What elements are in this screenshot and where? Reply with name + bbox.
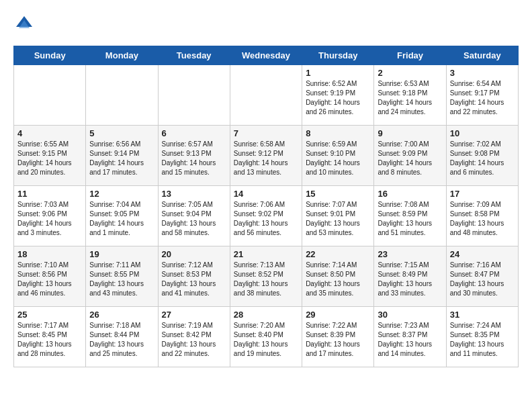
calendar-cell: 29Sunrise: 7:22 AM Sunset: 8:39 PM Dayli… bbox=[302, 307, 374, 367]
calendar-cell: 17Sunrise: 7:09 AM Sunset: 8:58 PM Dayli… bbox=[446, 186, 518, 246]
day-info: Sunrise: 7:08 AM Sunset: 8:59 PM Dayligh… bbox=[378, 200, 442, 238]
calendar-cell: 25Sunrise: 7:17 AM Sunset: 8:45 PM Dayli… bbox=[14, 307, 86, 367]
calendar-cell: 6Sunrise: 6:57 AM Sunset: 9:13 PM Daylig… bbox=[158, 126, 230, 186]
day-number: 6 bbox=[162, 128, 226, 138]
day-number: 5 bbox=[89, 128, 154, 138]
calendar-cell: 20Sunrise: 7:12 AM Sunset: 8:53 PM Dayli… bbox=[158, 246, 230, 307]
day-number: 8 bbox=[306, 128, 370, 138]
calendar-cell: 16Sunrise: 7:08 AM Sunset: 8:59 PM Dayli… bbox=[374, 186, 446, 246]
calendar-cell: 27Sunrise: 7:19 AM Sunset: 8:42 PM Dayli… bbox=[158, 307, 230, 367]
day-number: 18 bbox=[17, 249, 82, 259]
day-number: 25 bbox=[17, 310, 82, 320]
calendar-cell: 5Sunrise: 6:56 AM Sunset: 9:14 PM Daylig… bbox=[86, 126, 158, 186]
day-info: Sunrise: 7:17 AM Sunset: 8:45 PM Dayligh… bbox=[17, 321, 82, 359]
day-info: Sunrise: 7:05 AM Sunset: 9:04 PM Dayligh… bbox=[162, 200, 226, 238]
page-header bbox=[13, 13, 519, 35]
calendar-cell: 8Sunrise: 6:59 AM Sunset: 9:10 PM Daylig… bbox=[302, 126, 374, 186]
day-info: Sunrise: 6:57 AM Sunset: 9:13 PM Dayligh… bbox=[162, 140, 226, 177]
day-info: Sunrise: 6:54 AM Sunset: 9:17 PM Dayligh… bbox=[450, 79, 515, 117]
col-header-sunday: Sunday bbox=[14, 46, 86, 65]
day-number: 19 bbox=[89, 249, 154, 259]
day-info: Sunrise: 6:58 AM Sunset: 9:12 PM Dayligh… bbox=[234, 140, 298, 177]
day-number: 3 bbox=[450, 68, 515, 78]
calendar-cell: 2Sunrise: 6:53 AM Sunset: 9:18 PM Daylig… bbox=[374, 65, 446, 126]
calendar-table: SundayMondayTuesdayWednesdayThursdayFrid… bbox=[13, 46, 519, 367]
calendar-cell: 4Sunrise: 6:55 AM Sunset: 9:15 PM Daylig… bbox=[14, 126, 86, 186]
day-info: Sunrise: 7:04 AM Sunset: 9:05 PM Dayligh… bbox=[89, 200, 154, 238]
day-number: 12 bbox=[89, 189, 154, 199]
day-info: Sunrise: 6:59 AM Sunset: 9:10 PM Dayligh… bbox=[306, 140, 370, 177]
calendar-cell: 13Sunrise: 7:05 AM Sunset: 9:04 PM Dayli… bbox=[158, 186, 230, 246]
calendar-cell: 9Sunrise: 7:00 AM Sunset: 9:09 PM Daylig… bbox=[374, 126, 446, 186]
calendar-week-5: 25Sunrise: 7:17 AM Sunset: 8:45 PM Dayli… bbox=[14, 307, 519, 367]
day-number: 11 bbox=[17, 189, 82, 199]
calendar-cell: 22Sunrise: 7:14 AM Sunset: 8:50 PM Dayli… bbox=[302, 246, 374, 307]
day-number: 26 bbox=[89, 310, 154, 320]
calendar-cell: 14Sunrise: 7:06 AM Sunset: 9:02 PM Dayli… bbox=[230, 186, 302, 246]
calendar-cell: 12Sunrise: 7:04 AM Sunset: 9:05 PM Dayli… bbox=[86, 186, 158, 246]
day-number: 14 bbox=[234, 189, 298, 199]
calendar-cell bbox=[230, 65, 302, 126]
day-number: 24 bbox=[450, 249, 515, 259]
day-info: Sunrise: 7:16 AM Sunset: 8:47 PM Dayligh… bbox=[450, 261, 515, 298]
calendar-cell: 28Sunrise: 7:20 AM Sunset: 8:40 PM Dayli… bbox=[230, 307, 302, 367]
day-info: Sunrise: 6:56 AM Sunset: 9:14 PM Dayligh… bbox=[89, 140, 154, 177]
day-number: 1 bbox=[306, 68, 370, 78]
day-info: Sunrise: 7:11 AM Sunset: 8:55 PM Dayligh… bbox=[89, 261, 154, 298]
calendar-week-1: 1Sunrise: 6:52 AM Sunset: 9:19 PM Daylig… bbox=[14, 65, 519, 126]
day-info: Sunrise: 7:19 AM Sunset: 8:42 PM Dayligh… bbox=[162, 321, 226, 359]
day-number: 4 bbox=[17, 128, 82, 138]
day-number: 27 bbox=[162, 310, 226, 320]
calendar-week-4: 18Sunrise: 7:10 AM Sunset: 8:56 PM Dayli… bbox=[14, 246, 519, 307]
day-number: 16 bbox=[378, 189, 442, 199]
day-info: Sunrise: 7:09 AM Sunset: 8:58 PM Dayligh… bbox=[450, 200, 515, 238]
calendar-week-2: 4Sunrise: 6:55 AM Sunset: 9:15 PM Daylig… bbox=[14, 126, 519, 186]
day-number: 29 bbox=[306, 310, 370, 320]
col-header-friday: Friday bbox=[374, 46, 446, 65]
day-info: Sunrise: 7:07 AM Sunset: 9:01 PM Dayligh… bbox=[306, 200, 370, 238]
calendar-cell: 7Sunrise: 6:58 AM Sunset: 9:12 PM Daylig… bbox=[230, 126, 302, 186]
calendar-week-3: 11Sunrise: 7:03 AM Sunset: 9:06 PM Dayli… bbox=[14, 186, 519, 246]
logo bbox=[13, 13, 38, 35]
calendar-cell: 3Sunrise: 6:54 AM Sunset: 9:17 PM Daylig… bbox=[446, 65, 518, 126]
day-number: 28 bbox=[234, 310, 298, 320]
day-number: 31 bbox=[450, 310, 515, 320]
calendar-cell: 24Sunrise: 7:16 AM Sunset: 8:47 PM Dayli… bbox=[446, 246, 518, 307]
col-header-tuesday: Tuesday bbox=[158, 46, 230, 65]
day-info: Sunrise: 7:22 AM Sunset: 8:39 PM Dayligh… bbox=[306, 321, 370, 359]
day-info: Sunrise: 7:03 AM Sunset: 9:06 PM Dayligh… bbox=[17, 200, 82, 238]
day-info: Sunrise: 7:13 AM Sunset: 8:52 PM Dayligh… bbox=[234, 261, 298, 298]
day-number: 7 bbox=[234, 128, 298, 138]
day-number: 23 bbox=[378, 249, 442, 259]
day-info: Sunrise: 7:18 AM Sunset: 8:44 PM Dayligh… bbox=[89, 321, 154, 359]
calendar-cell: 10Sunrise: 7:02 AM Sunset: 9:08 PM Dayli… bbox=[446, 126, 518, 186]
calendar-cell bbox=[14, 65, 86, 126]
day-info: Sunrise: 7:15 AM Sunset: 8:49 PM Dayligh… bbox=[378, 261, 442, 298]
day-number: 20 bbox=[162, 249, 226, 259]
calendar-cell: 15Sunrise: 7:07 AM Sunset: 9:01 PM Dayli… bbox=[302, 186, 374, 246]
calendar-cell: 11Sunrise: 7:03 AM Sunset: 9:06 PM Dayli… bbox=[14, 186, 86, 246]
calendar-cell: 19Sunrise: 7:11 AM Sunset: 8:55 PM Dayli… bbox=[86, 246, 158, 307]
day-info: Sunrise: 7:12 AM Sunset: 8:53 PM Dayligh… bbox=[162, 261, 226, 298]
day-number: 15 bbox=[306, 189, 370, 199]
day-number: 22 bbox=[306, 249, 370, 259]
calendar-cell: 21Sunrise: 7:13 AM Sunset: 8:52 PM Dayli… bbox=[230, 246, 302, 307]
calendar-cell: 23Sunrise: 7:15 AM Sunset: 8:49 PM Dayli… bbox=[374, 246, 446, 307]
day-number: 17 bbox=[450, 189, 515, 199]
day-number: 21 bbox=[234, 249, 298, 259]
col-header-saturday: Saturday bbox=[446, 46, 518, 65]
calendar-cell: 31Sunrise: 7:24 AM Sunset: 8:35 PM Dayli… bbox=[446, 307, 518, 367]
day-number: 30 bbox=[378, 310, 442, 320]
calendar-cell: 30Sunrise: 7:23 AM Sunset: 8:37 PM Dayli… bbox=[374, 307, 446, 367]
col-header-wednesday: Wednesday bbox=[230, 46, 302, 65]
calendar-cell: 1Sunrise: 6:52 AM Sunset: 9:19 PM Daylig… bbox=[302, 65, 374, 126]
day-info: Sunrise: 7:24 AM Sunset: 8:35 PM Dayligh… bbox=[450, 321, 515, 359]
day-number: 9 bbox=[378, 128, 442, 138]
day-number: 10 bbox=[450, 128, 515, 138]
day-info: Sunrise: 6:55 AM Sunset: 9:15 PM Dayligh… bbox=[17, 140, 82, 177]
day-info: Sunrise: 7:10 AM Sunset: 8:56 PM Dayligh… bbox=[17, 261, 82, 298]
day-info: Sunrise: 7:23 AM Sunset: 8:37 PM Dayligh… bbox=[378, 321, 442, 359]
day-info: Sunrise: 7:20 AM Sunset: 8:40 PM Dayligh… bbox=[234, 321, 298, 359]
day-number: 13 bbox=[162, 189, 226, 199]
col-header-monday: Monday bbox=[86, 46, 158, 65]
